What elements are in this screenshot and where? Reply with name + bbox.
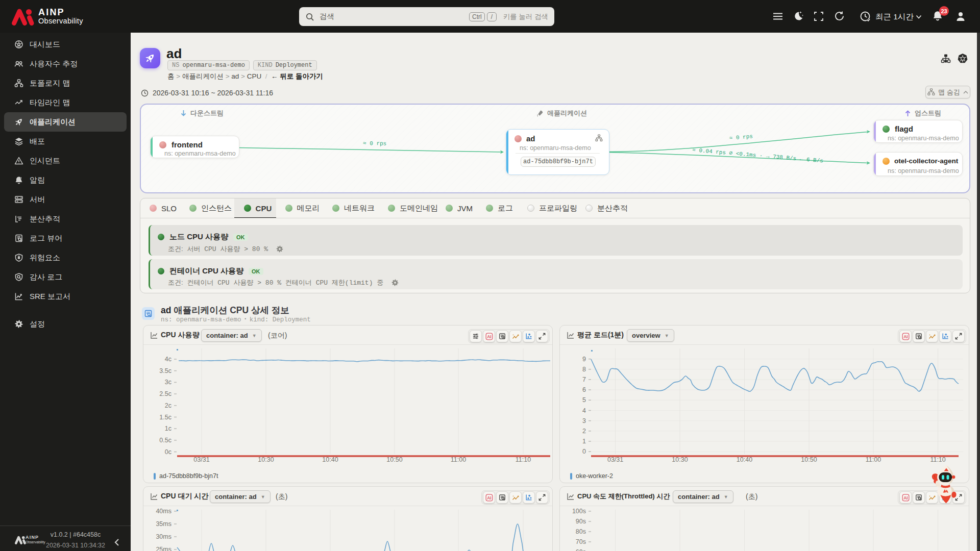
svg-text:1.5c: 1.5c [159,414,172,421]
svg-text:Observability: Observability [38,17,83,25]
svg-text:0.5c: 0.5c [159,437,172,444]
svg-text:25ms: 25ms [156,546,172,551]
svg-text:0: 0 [582,448,586,455]
svg-text:AINP: AINP [26,535,39,540]
svg-text:4: 4 [582,407,586,414]
svg-text:8: 8 [582,366,586,373]
svg-text:3: 3 [582,417,586,424]
svg-text:10:50: 10:50 [386,456,402,463]
svg-text:03/31: 03/31 [193,456,209,463]
svg-text:60s: 60s [576,548,586,551]
svg-text:6: 6 [582,386,586,393]
svg-text:1: 1 [582,438,586,445]
svg-text:2: 2 [582,428,586,435]
svg-text:10:40: 10:40 [737,456,752,463]
svg-text:5: 5 [582,396,586,404]
svg-text:03/31: 03/31 [607,456,623,463]
svg-text:11:00: 11:00 [451,456,466,463]
svg-text:10:30: 10:30 [672,456,688,463]
svg-text:90s: 90s [576,518,586,525]
svg-text:10:30: 10:30 [258,456,274,463]
svg-text:AINP: AINP [38,7,65,17]
svg-text:11:10: 11:10 [516,456,531,463]
svg-text:3c: 3c [165,379,172,386]
svg-text:30ms: 30ms [156,533,172,540]
svg-text:100s: 100s [572,508,586,515]
svg-text:70s: 70s [576,538,586,545]
svg-text:9: 9 [582,356,586,363]
svg-text:0c: 0c [165,448,172,456]
svg-text:2c: 2c [165,402,172,409]
svg-text:2.5c: 2.5c [159,390,172,397]
svg-text:3.5c: 3.5c [159,367,172,374]
svg-text:≈ 0 rps: ≈ 0 rps [363,140,386,147]
svg-text:1c: 1c [165,425,172,432]
svg-text:4c: 4c [165,356,172,363]
svg-text:35ms: 35ms [156,520,172,528]
svg-text:10:40: 10:40 [322,456,338,463]
svg-text:11:10: 11:10 [930,456,945,463]
svg-text:11:00: 11:00 [866,456,881,463]
svg-text:7: 7 [582,376,586,383]
svg-text:Observability: Observability [26,540,45,544]
svg-text:80s: 80s [576,528,586,535]
svg-text:40ms: 40ms [156,508,172,515]
svg-text:≈ 0 rps: ≈ 0 rps [729,133,753,141]
svg-text:10:50: 10:50 [801,456,817,463]
